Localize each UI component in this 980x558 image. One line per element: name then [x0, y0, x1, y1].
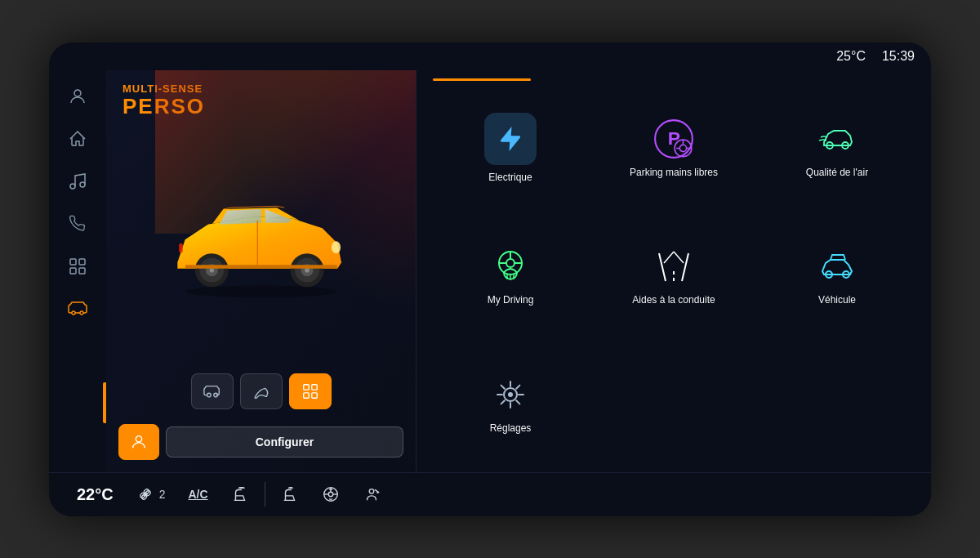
svg-rect-27 [303, 392, 308, 397]
svg-line-50 [664, 252, 674, 263]
svg-point-20 [331, 241, 340, 253]
reglages-icon [489, 373, 532, 416]
sidebar-item-home[interactable] [60, 121, 96, 157]
configure-profile-btn[interactable] [118, 424, 159, 460]
car-infotainment-screen: 25°C 15:39 [49, 42, 931, 516]
parking-label: Parking mains libres [630, 167, 718, 180]
svg-point-10 [185, 285, 337, 297]
feature-air[interactable]: Qualité de l'air [760, 89, 915, 208]
feature-vehicule[interactable]: Véhicule [760, 217, 915, 336]
electrique-icon [484, 113, 537, 165]
svg-text:P: P [668, 127, 680, 149]
svg-point-62 [369, 489, 374, 494]
aides-icon [653, 245, 695, 288]
svg-rect-22 [185, 265, 337, 269]
svg-point-0 [74, 90, 81, 96]
feature-aides[interactable]: Aides à la conduite [596, 217, 751, 336]
svg-point-56 [144, 493, 147, 496]
svg-point-55 [508, 392, 513, 397]
svg-point-29 [136, 435, 141, 441]
seat-heat-passenger[interactable] [270, 485, 310, 503]
feature-parking[interactable]: P Parking mains libres [596, 89, 751, 208]
feature-empty-2 [760, 344, 915, 463]
accent-line [433, 78, 531, 81]
multisense-subtitle: PERSO [122, 95, 399, 118]
configure-button[interactable]: Configurer [166, 426, 403, 458]
ac-label: A/C [188, 488, 207, 501]
svg-rect-4 [79, 259, 85, 265]
svg-rect-21 [179, 243, 183, 252]
air-label: Qualité de l'air [806, 167, 868, 180]
svg-rect-26 [311, 384, 316, 389]
sidebar-item-profile[interactable] [60, 78, 96, 114]
mydriving-icon [489, 245, 532, 288]
svg-point-23 [207, 393, 211, 397]
outside-temperature: 25°C [836, 49, 866, 64]
svg-rect-25 [303, 384, 308, 389]
svg-point-2 [80, 182, 85, 187]
feature-empty-1 [596, 344, 751, 463]
svg-rect-5 [70, 268, 76, 274]
driver-assist-icon [363, 485, 381, 503]
vehicule-label: Véhicule [818, 294, 856, 307]
mode-buttons-row [106, 365, 416, 417]
car-image [106, 122, 416, 364]
svg-point-40 [506, 259, 514, 267]
svg-rect-6 [79, 268, 85, 274]
mode-btn-eco[interactable] [240, 373, 283, 409]
sidebar [49, 70, 106, 472]
multisense-header: MULTI-SENSE PERSO [106, 70, 416, 123]
multisense-title: MULTI-SENSE [122, 83, 399, 95]
seat-heat-driver[interactable] [220, 485, 261, 503]
steering-heat[interactable] [310, 485, 351, 503]
features-grid: Electrique P [433, 89, 915, 464]
car-illustration [147, 186, 376, 301]
bottom-bar: 22°C 2 A/C [49, 472, 931, 516]
steering-heat-icon [322, 485, 340, 503]
svg-point-1 [70, 184, 75, 189]
fan-control[interactable]: 2 [125, 485, 177, 503]
cabin-temp-value: 22°C [77, 485, 114, 504]
feature-electrique[interactable]: Electrique [433, 89, 588, 208]
svg-point-7 [72, 311, 75, 315]
multisense-panel: MULTI-SENSE PERSO [106, 70, 416, 472]
mode-btn-car[interactable] [191, 373, 234, 409]
main-content-area: MULTI-SENSE PERSO [49, 70, 931, 472]
svg-rect-3 [70, 259, 76, 265]
aides-label: Aides à la conduite [632, 294, 715, 307]
status-bar: 25°C 15:39 [49, 42, 931, 70]
separator-1 [265, 482, 265, 507]
sidebar-item-phone[interactable] [60, 206, 96, 242]
svg-point-8 [80, 311, 83, 315]
svg-line-47 [659, 253, 666, 281]
configure-section: Configurer [106, 417, 416, 472]
sidebar-item-car[interactable] [60, 291, 96, 327]
feature-mydriving[interactable]: My Driving [433, 217, 588, 336]
vehicule-icon [816, 245, 858, 288]
svg-line-51 [674, 252, 684, 263]
seat-heat-passenger-icon [281, 485, 299, 503]
mydriving-label: My Driving [488, 294, 534, 307]
ac-button[interactable]: A/C [176, 488, 219, 501]
driver-assist-btn[interactable] [351, 485, 392, 503]
sidebar-item-apps[interactable] [60, 248, 96, 284]
cabin-temperature[interactable]: 22°C [65, 485, 125, 504]
svg-line-48 [682, 253, 688, 281]
mode-btn-sport[interactable] [289, 373, 332, 409]
clock: 15:39 [882, 49, 915, 64]
electrique-label: Electrique [488, 172, 532, 185]
parking-icon: P [653, 118, 695, 160]
features-panel: Electrique P [416, 70, 931, 472]
air-icon [816, 118, 858, 160]
feature-reglages[interactable]: Réglages [433, 344, 588, 463]
svg-rect-28 [311, 392, 316, 397]
sidebar-item-music[interactable] [60, 163, 96, 199]
seat-heat-driver-icon [231, 485, 249, 503]
fan-icon [136, 485, 154, 503]
svg-point-33 [679, 145, 686, 151]
reglages-label: Réglages [490, 422, 532, 435]
fan-speed-value: 2 [159, 488, 166, 501]
svg-point-58 [328, 492, 333, 497]
